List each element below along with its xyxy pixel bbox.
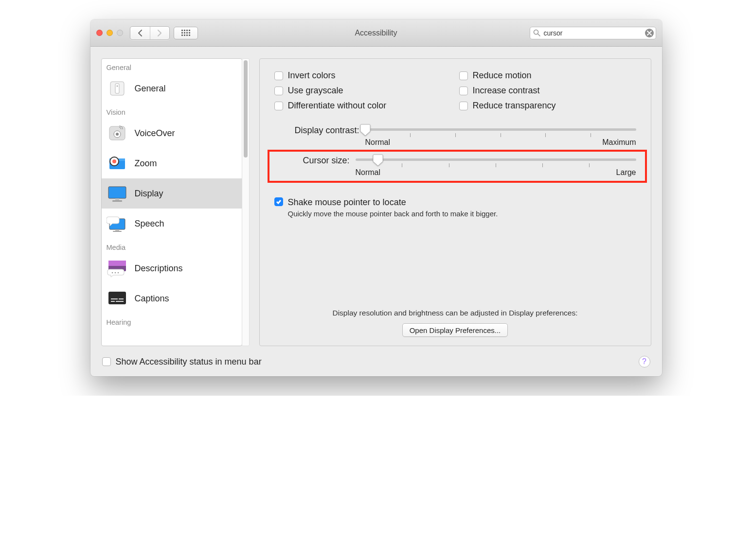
- svg-rect-26: [119, 298, 124, 299]
- checkbox-icon: [459, 102, 468, 110]
- sidebar-item-label: Display: [135, 189, 163, 199]
- slider-max-caption: Large: [616, 168, 636, 177]
- invert-colors-checkbox[interactable]: Invert colors: [274, 70, 454, 81]
- checkbox-icon: [102, 357, 111, 366]
- display-preferences-note: Display resolution and brightness can be…: [274, 309, 636, 317]
- svg-rect-15: [112, 200, 122, 202]
- sidebar-item-label: Zoom: [135, 158, 157, 169]
- search-input[interactable]: [530, 27, 656, 39]
- increase-contrast-checkbox[interactable]: Increase contrast: [459, 86, 636, 96]
- differentiate-without-color-checkbox[interactable]: Differentiate without color: [274, 101, 454, 111]
- checkbox-label: Reduce motion: [473, 70, 532, 81]
- checkbox-icon: [459, 87, 468, 95]
- reduce-transparency-checkbox[interactable]: Reduce transparency: [459, 101, 636, 111]
- cursor-size-slider[interactable]: [356, 155, 636, 165]
- sidebar-item-label: Captions: [135, 294, 169, 304]
- sidebar-item-label: General: [135, 84, 166, 94]
- grid-icon: [181, 30, 190, 36]
- zoom-icon: [106, 153, 129, 174]
- shake-pointer-checkbox[interactable]: Shake mouse pointer to locate Quickly mo…: [274, 197, 636, 218]
- checkbox-icon: [274, 197, 283, 206]
- display-contrast-row: Display contrast: Normal: [274, 124, 636, 147]
- sidebar-item-speech[interactable]: Speech: [102, 209, 242, 239]
- sidebar-group-vision: Vision: [102, 104, 242, 118]
- scrollbar-thumb[interactable]: [244, 60, 248, 158]
- svg-point-23: [117, 272, 119, 274]
- sidebar: General General Vision Voi: [101, 58, 242, 346]
- sidebar-group-media: Media: [102, 239, 242, 253]
- sidebar-item-zoom[interactable]: Zoom: [102, 148, 242, 178]
- svg-point-21: [111, 272, 113, 274]
- display-contrast-label: Display contrast:: [274, 124, 359, 136]
- sidebar-item-voiceover[interactable]: VoiceOver: [102, 118, 242, 148]
- x-icon: [647, 31, 652, 35]
- svg-point-4: [116, 86, 118, 87]
- descriptions-icon: [106, 258, 129, 279]
- checkbox-label: Increase contrast: [473, 86, 540, 96]
- cursor-size-label: Cursor size:: [274, 155, 350, 166]
- close-window-button[interactable]: [96, 30, 103, 36]
- svg-point-0: [534, 30, 538, 34]
- svg-rect-14: [115, 198, 119, 200]
- svg-rect-27: [111, 301, 115, 302]
- checkbox-label: Invert colors: [288, 70, 336, 81]
- svg-rect-17: [115, 229, 119, 231]
- cursor-size-highlight: Cursor size:: [268, 150, 647, 183]
- open-display-preferences-button[interactable]: Open Display Preferences...: [402, 323, 508, 337]
- sidebar-item-general[interactable]: General: [102, 73, 242, 104]
- cursor-size-row: Cursor size:: [274, 155, 636, 177]
- reduce-motion-checkbox[interactable]: Reduce motion: [459, 70, 636, 81]
- speech-icon: [106, 213, 129, 234]
- captions-icon: [106, 288, 129, 309]
- show-all-button[interactable]: [174, 27, 198, 39]
- checkbox-label: Use grayscale: [288, 86, 343, 96]
- search-wrap: [530, 27, 656, 39]
- svg-rect-18: [113, 231, 122, 232]
- zoom-window-button[interactable]: [117, 30, 123, 36]
- clear-search-button[interactable]: [645, 29, 654, 37]
- svg-rect-3: [115, 84, 119, 93]
- svg-rect-28: [116, 301, 124, 302]
- nav-buttons: [130, 26, 170, 40]
- svg-point-12: [112, 159, 116, 163]
- main-panel: Invert colors Reduce motion Use grayscal…: [259, 58, 651, 346]
- forward-button[interactable]: [150, 27, 169, 39]
- checkbox-icon: [274, 102, 283, 110]
- checkbox-icon: [274, 87, 283, 95]
- slider-min-caption: Normal: [365, 138, 391, 147]
- sidebar-item-captions[interactable]: Captions: [102, 283, 242, 314]
- sidebar-item-label: VoiceOver: [135, 128, 175, 139]
- sidebar-group-hearing: Hearing: [102, 314, 242, 328]
- help-button[interactable]: ?: [639, 356, 650, 368]
- minimize-window-button[interactable]: [107, 30, 113, 36]
- use-grayscale-checkbox[interactable]: Use grayscale: [274, 86, 454, 96]
- svg-rect-24: [108, 292, 126, 304]
- svg-rect-13: [108, 187, 126, 198]
- show-status-in-menu-bar-checkbox[interactable]: Show Accessibility status in menu bar: [102, 357, 262, 367]
- slider-min-caption: Normal: [356, 168, 381, 177]
- display-contrast-slider[interactable]: [365, 124, 636, 135]
- svg-point-22: [114, 272, 116, 274]
- sidebar-scrollbar[interactable]: [242, 58, 250, 346]
- svg-rect-25: [111, 298, 118, 299]
- slider-knob[interactable]: [360, 123, 371, 135]
- back-button[interactable]: [130, 27, 150, 39]
- shake-pointer-desc: Quickly move the mouse pointer back and …: [288, 210, 498, 218]
- voiceover-icon: [106, 123, 129, 143]
- sidebar-item-label: Descriptions: [135, 263, 183, 274]
- sidebar-item-display[interactable]: Display: [102, 178, 242, 209]
- checkbox-label: Show Accessibility status in menu bar: [116, 357, 262, 367]
- slider-max-caption: Maximum: [602, 138, 636, 147]
- svg-line-1: [538, 34, 540, 36]
- checkbox-icon: [459, 71, 468, 80]
- svg-rect-20: [108, 261, 126, 266]
- question-mark-icon: ?: [642, 357, 646, 366]
- shake-pointer-label: Shake mouse pointer to locate: [288, 197, 498, 208]
- sidebar-item-label: Speech: [135, 219, 164, 229]
- slider-knob[interactable]: [373, 154, 383, 165]
- general-icon: [106, 78, 129, 99]
- checkbox-label: Differentiate without color: [288, 101, 387, 111]
- sidebar-item-descriptions[interactable]: Descriptions: [102, 253, 242, 283]
- search-icon: [533, 29, 540, 38]
- display-icon: [106, 183, 129, 204]
